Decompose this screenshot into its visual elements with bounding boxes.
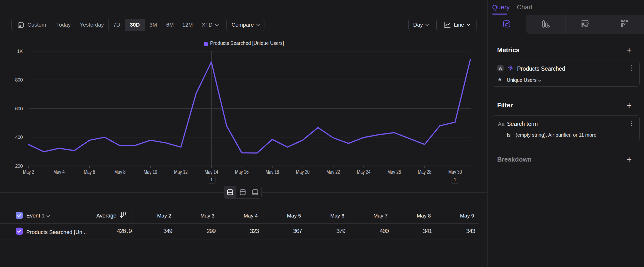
svg-text:May 16: May 16 — [235, 169, 248, 175]
svg-text:May 30: May 30 — [448, 169, 462, 175]
svg-text:May 14: May 14 — [205, 169, 218, 175]
svg-text:600: 600 — [15, 106, 23, 111]
svg-text:400: 400 — [15, 134, 23, 140]
svg-text:May 24: May 24 — [357, 169, 370, 175]
svg-text:May 18: May 18 — [266, 169, 279, 175]
svg-text:May 22: May 22 — [326, 169, 340, 175]
svg-text:1K: 1K — [17, 49, 23, 54]
svg-text:800: 800 — [15, 77, 23, 83]
svg-text:May 6: May 6 — [84, 169, 95, 175]
svg-text:May 26: May 26 — [388, 169, 401, 175]
svg-text:May 12: May 12 — [174, 169, 188, 175]
svg-text:May 4: May 4 — [54, 169, 65, 175]
svg-text:May 2: May 2 — [23, 169, 34, 175]
svg-text:May 8: May 8 — [114, 169, 126, 175]
svg-text:May 10: May 10 — [144, 169, 157, 175]
svg-text:May 20: May 20 — [296, 169, 310, 175]
svg-text:May 28: May 28 — [418, 169, 432, 175]
svg-text:200: 200 — [15, 163, 23, 169]
